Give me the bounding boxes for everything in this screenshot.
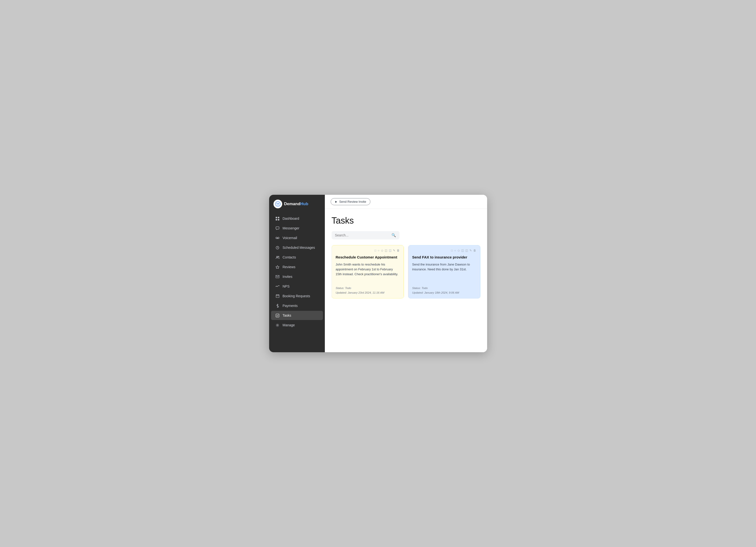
sidebar-item-label: Manage [283, 323, 295, 327]
circle-icon[interactable]: ○ [378, 249, 379, 252]
star-icon [275, 265, 280, 269]
search-bar[interactable]: 🔍 [332, 231, 399, 239]
copy-icon[interactable]: ◫ [385, 249, 387, 252]
sidebar-item-label: Scheduled Messages [283, 246, 315, 250]
task-updated-2: Updated: January 18th 2024, 9:06 AM [412, 290, 476, 295]
task-footer-1: Status: Todo Updated: January 23rd 2024,… [336, 286, 400, 295]
task-body-1: John Smith wants to reschedule his appoi… [336, 262, 400, 282]
box-icon [275, 313, 280, 318]
sidebar-item-contacts[interactable]: Contacts [271, 253, 323, 262]
svg-point-1 [277, 203, 278, 204]
task-card-2: □ ○ ◇ ◫ ◫ ✎ 🗑 Send FAX to insurance prov… [408, 245, 480, 298]
search-input[interactable] [335, 233, 390, 237]
sidebar-item-label: Dashboard [283, 217, 299, 220]
sidebar-item-label: Tasks [283, 313, 291, 317]
svg-rect-16 [276, 295, 279, 298]
copy-icon[interactable]: ◫ [461, 249, 464, 252]
edit-icon[interactable]: ✎ [393, 249, 395, 252]
wave-icon [275, 284, 280, 289]
main-content: ► Send Review Invite Tasks 🔍 □ ○ ◇ [325, 195, 487, 352]
card-actions-2: □ ○ ◇ ◫ ◫ ✎ 🗑 [412, 249, 476, 252]
sidebar-item-booking-requests[interactable]: Booking Requests [271, 291, 323, 301]
svg-rect-7 [276, 227, 279, 229]
calendar-icon [275, 294, 280, 298]
dollar-icon [275, 304, 280, 308]
sidebar-item-label: Payments [283, 304, 298, 308]
sidebar-logo: DemandHub [269, 195, 325, 213]
users-icon [275, 255, 280, 259]
logo-text: DemandHub [284, 202, 308, 206]
svg-rect-15 [276, 275, 279, 278]
task-card-1: □ ○ ◇ ◫ ◫ ✎ 🗑 Reschedule Customer Appoin… [332, 245, 404, 298]
delete-icon[interactable]: 🗑 [397, 249, 400, 252]
logo-icon [273, 200, 282, 208]
sidebar-item-manage[interactable]: Manage [271, 320, 323, 330]
task-updated-1: Updated: January 23rd 2024, 11:16 AM [336, 290, 400, 295]
sidebar-item-tasks[interactable]: Tasks [271, 311, 323, 320]
sidebar-item-label: Reviews [283, 265, 296, 269]
bookmark-icon[interactable]: □ [451, 249, 453, 252]
sidebar-item-label: Messenger [283, 226, 299, 230]
svg-marker-14 [276, 266, 279, 269]
app-window: DemandHub Dashboard [269, 195, 487, 352]
card-actions-1: □ ○ ◇ ◫ ◫ ✎ 🗑 [336, 249, 400, 252]
svg-point-2 [278, 203, 279, 204]
send-review-invite-button[interactable]: ► Send Review Invite [331, 198, 370, 205]
edit-icon[interactable]: ✎ [469, 249, 472, 252]
send-review-label: Send Review Invite [339, 200, 366, 203]
svg-point-12 [276, 256, 278, 257]
diamond-icon[interactable]: ◇ [381, 249, 383, 252]
svg-rect-21 [276, 314, 279, 317]
sidebar-item-scheduled-messages[interactable]: Scheduled Messages [271, 243, 323, 252]
sidebar-item-label: Invites [283, 275, 292, 279]
sidebar-item-nps[interactable]: NPS [271, 282, 323, 291]
sidebar-item-payments[interactable]: Payments [271, 301, 323, 310]
svg-point-8 [276, 237, 277, 239]
grid-icon [275, 216, 280, 221]
voicemail-icon [275, 236, 280, 240]
topbar: ► Send Review Invite [325, 195, 487, 209]
sidebar-item-label: Contacts [283, 255, 296, 259]
svg-rect-5 [276, 219, 277, 220]
search-icon: 🔍 [391, 233, 396, 237]
sidebar-item-invites[interactable]: Invites [271, 272, 323, 281]
svg-rect-4 [278, 217, 279, 218]
task-status-1: Status: Todo [336, 286, 400, 290]
page-content: Tasks 🔍 □ ○ ◇ ◫ ◫ ✎ 🗑 [325, 209, 487, 352]
sidebar-item-label: Voicemail [283, 236, 297, 240]
sidebar-item-label: Booking Requests [283, 294, 310, 298]
grid-small-icon[interactable]: ◫ [465, 249, 468, 252]
mail-icon [275, 274, 280, 279]
bookmark-icon[interactable]: □ [374, 249, 376, 252]
clock-icon [275, 245, 280, 250]
task-body-2: Send the insurance from Jane Dawson to i… [412, 262, 476, 282]
delete-icon[interactable]: 🗑 [473, 249, 476, 252]
svg-point-0 [275, 202, 280, 206]
page-title: Tasks [332, 216, 480, 226]
sidebar-item-reviews[interactable]: Reviews [271, 262, 323, 272]
task-status-2: Status: Todo [412, 286, 476, 290]
sidebar-item-messenger[interactable]: Messenger [271, 224, 323, 233]
task-footer-2: Status: Todo Updated: January 18th 2024,… [412, 286, 476, 295]
sidebar-item-voicemail[interactable]: Voicemail [271, 233, 323, 242]
task-title-1: Reschedule Customer Appointment [336, 255, 400, 260]
sidebar-item-label: NPS [283, 284, 290, 288]
svg-point-9 [278, 237, 279, 239]
svg-point-22 [277, 325, 278, 326]
sidebar: DemandHub Dashboard [269, 195, 325, 352]
send-icon: ► [335, 200, 338, 203]
tasks-grid: □ ○ ◇ ◫ ◫ ✎ 🗑 Reschedule Customer Appoin… [332, 245, 480, 298]
circle-icon[interactable]: ○ [454, 249, 456, 252]
task-title-2: Send FAX to insurance provider [412, 255, 476, 260]
gear-icon [275, 323, 280, 327]
grid-small-icon[interactable]: ◫ [389, 249, 391, 252]
svg-rect-3 [276, 217, 277, 218]
sidebar-navigation: Dashboard Messenger [269, 213, 325, 352]
svg-rect-6 [278, 219, 279, 220]
chat-icon [275, 226, 280, 230]
diamond-icon[interactable]: ◇ [458, 249, 460, 252]
svg-point-13 [278, 256, 279, 257]
sidebar-item-dashboard[interactable]: Dashboard [271, 214, 323, 223]
